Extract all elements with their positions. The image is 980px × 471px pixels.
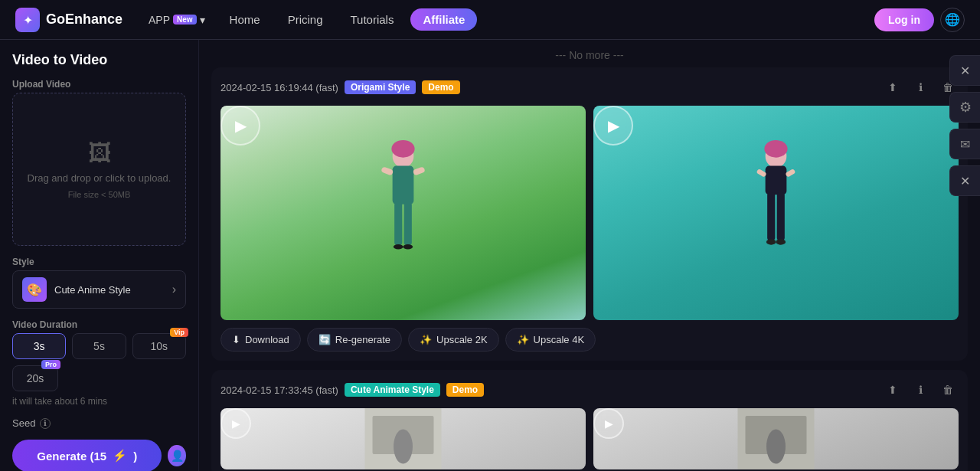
download-icon: ⬇	[232, 334, 240, 345]
logo[interactable]: ✦ GoEnhance	[15, 8, 122, 32]
seed-info-icon[interactable]: ℹ	[40, 418, 51, 429]
video-thumb-after-2[interactable]: ▶	[593, 408, 959, 469]
generate-label: Generate (15	[37, 450, 106, 463]
dancer-figure-left	[220, 127, 586, 320]
nav-affiliate[interactable]: Affiliate	[410, 8, 477, 31]
globe-icon: 🌐	[945, 12, 960, 27]
timestamp-1: 2024-02-15 16:19:44 (fast)	[220, 82, 338, 93]
logo-icon: ✦	[15, 8, 40, 32]
nav-pricing[interactable]: Pricing	[277, 8, 334, 31]
main-layout: Video to Video Upload Video 🖼 Drag and d…	[0, 40, 980, 471]
video-thumb-before-2[interactable]: ▶	[220, 408, 586, 469]
duration-5s[interactable]: 5s	[72, 333, 126, 359]
share-button-2[interactable]: ⬆	[882, 379, 903, 401]
content-area: --- No more --- 2024-02-15 16:19:44 (fas…	[199, 40, 980, 471]
avatar-button[interactable]: 👤	[168, 445, 186, 466]
video-thumb-after-1[interactable]: ▶	[593, 106, 959, 320]
duration-10s[interactable]: 10s Vip	[132, 333, 186, 359]
card-actions-2: ⬆ ℹ 🗑	[882, 379, 959, 401]
float-close-button-1[interactable]: ✕	[949, 55, 980, 86]
play-button-left-2[interactable]: ▶	[220, 408, 251, 439]
play-button-right-2[interactable]: ▶	[593, 408, 624, 439]
duration-row-1: 3s 5s 10s Vip	[12, 333, 186, 359]
svg-rect-13	[766, 165, 787, 195]
duration-row-2: 20s Pro	[12, 365, 186, 391]
svg-rect-17	[785, 168, 795, 178]
float-discord-button[interactable]: ⚙	[949, 92, 980, 123]
style-section: Style 🎨 Cute Anime Style ›	[12, 257, 186, 309]
float-mail-button[interactable]: ✉	[949, 129, 980, 159]
navbar: ✦ GoEnhance APP New ▾ Home Pricing Tutor…	[0, 0, 980, 40]
video-card-1: 2024-02-15 16:19:44 (fast) Origami Style…	[211, 67, 968, 361]
upscale4k-label: Upscale 4K	[534, 334, 584, 345]
svg-rect-8	[413, 166, 426, 175]
svg-rect-16	[756, 168, 767, 178]
svg-rect-7	[381, 166, 394, 175]
avatar-icon: 👤	[171, 450, 184, 462]
duration-20s[interactable]: 20s Pro	[12, 365, 58, 391]
info-button-2[interactable]: ℹ	[910, 379, 931, 401]
card-actions-1: ⬆ ℹ 🗑	[882, 77, 959, 98]
svg-point-3	[391, 140, 414, 158]
generate-close: )	[133, 450, 137, 463]
demo-tag-1: Demo	[422, 80, 459, 94]
download-button-1[interactable]: ⬇ Download	[220, 328, 301, 352]
style-name: Cute Anime Style	[54, 284, 165, 296]
video-pair-2: ▶ ▶	[220, 408, 959, 469]
no-more-text: --- No more ---	[211, 40, 968, 67]
seed-row: Seed ℹ	[12, 417, 186, 429]
svg-point-22	[394, 430, 413, 464]
svg-rect-14	[767, 192, 775, 240]
upscale2k-label: Upscale 2K	[436, 334, 487, 345]
demo-tag-2: Demo	[446, 383, 484, 397]
svg-point-19	[776, 239, 786, 245]
info-button-1[interactable]: ℹ	[910, 77, 931, 98]
share-button-1[interactable]: ⬆	[882, 77, 903, 98]
generate-button[interactable]: Generate (15 ⚡ )	[12, 440, 162, 471]
svg-point-18	[766, 239, 776, 245]
sidebar: Video to Video Upload Video 🖼 Drag and d…	[0, 40, 199, 471]
style-selector[interactable]: 🎨 Cute Anime Style ›	[12, 270, 186, 309]
svg-rect-6	[404, 202, 412, 246]
new-badge: New	[173, 15, 197, 25]
upscale4k-button-1[interactable]: ✨ Upscale 4K	[505, 328, 596, 352]
card-header-2: 2024-02-15 17:33:45 (fast) Cute Animate …	[220, 379, 959, 401]
upload-section: Upload Video 🖼 Drag and drop or click to…	[12, 79, 186, 246]
video-thumb-before-1[interactable]: ▶	[220, 106, 586, 320]
regenerate-label: Re-generate	[335, 334, 390, 345]
duration-3s[interactable]: 3s	[12, 333, 66, 359]
chevron-down-icon: ▾	[200, 14, 205, 26]
svg-point-12	[764, 140, 787, 158]
video-pair-1: ▶ ▶	[220, 106, 959, 320]
room-figure-right	[593, 408, 959, 469]
nav-tutorials[interactable]: Tutorials	[339, 8, 404, 31]
upload-area[interactable]: 🖼 Drag and drop or click to upload. File…	[12, 93, 186, 246]
upload-hint: Drag and drop or click to upload.	[28, 172, 172, 184]
room-figure-left	[220, 408, 586, 469]
upscale2k-button-1[interactable]: ✨ Upscale 2K	[408, 328, 498, 352]
upscale2k-icon: ✨	[420, 334, 432, 345]
login-button[interactable]: Log in	[874, 8, 934, 31]
upscale4k-icon: ✨	[517, 334, 529, 345]
delete-button-2[interactable]: 🗑	[937, 379, 959, 401]
card-header-1: 2024-02-15 16:19:44 (fast) Origami Style…	[220, 77, 959, 98]
regenerate-button-1[interactable]: 🔄 Re-generate	[307, 328, 402, 352]
duration-label: Video Duration	[12, 319, 186, 330]
app-label: APP	[149, 14, 170, 26]
play-button-left-1[interactable]: ▶	[220, 106, 260, 146]
video-card-2: 2024-02-15 17:33:45 (fast) Cute Animate …	[211, 370, 968, 471]
svg-rect-15	[777, 192, 785, 240]
upload-icon: 🖼	[88, 140, 111, 166]
duration-section: Video Duration 3s 5s 10s Vip 20s Pro it …	[12, 319, 186, 407]
nav-app-button[interactable]: APP New ▾	[141, 9, 213, 31]
sidebar-title: Video to Video	[12, 52, 186, 68]
pro-badge: Pro	[41, 360, 60, 369]
file-size-hint: File size < 50MB	[68, 190, 131, 199]
discord-icon: ⚙	[959, 99, 972, 116]
language-button[interactable]: 🌐	[940, 8, 965, 32]
float-buttons: ✕ ⚙ ✉ ✕	[949, 55, 980, 196]
play-button-right-1[interactable]: ▶	[593, 106, 633, 146]
nav-home[interactable]: Home	[219, 8, 271, 31]
float-close-button-2[interactable]: ✕	[949, 165, 980, 196]
vip-badge: Vip	[170, 328, 188, 337]
